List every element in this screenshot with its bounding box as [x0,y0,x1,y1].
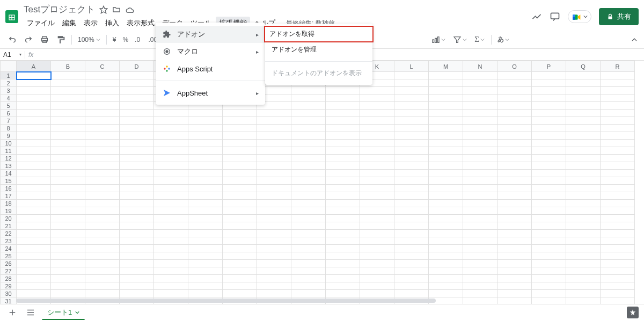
cell[interactable] [601,79,635,87]
cell[interactable] [17,267,51,275]
cell[interactable] [566,177,601,185]
cell[interactable] [120,185,154,192]
cell[interactable] [17,87,51,94]
cell[interactable] [326,252,360,260]
cell[interactable] [497,102,532,110]
cell[interactable] [51,282,85,290]
cell[interactable] [257,185,291,192]
cell[interactable] [394,117,429,125]
cell[interactable] [394,237,429,245]
cell[interactable] [497,207,532,215]
comments-icon[interactable] [550,11,560,22]
cell[interactable] [85,222,120,230]
cell[interactable] [154,207,188,215]
cell[interactable] [85,207,120,215]
cell[interactable] [601,245,635,252]
cell[interactable] [394,110,429,117]
cell[interactable] [601,200,635,207]
cell[interactable] [429,215,463,222]
cell[interactable] [291,237,326,245]
cell[interactable] [188,252,223,260]
cell[interactable] [120,132,154,140]
cell[interactable] [154,237,188,245]
cell[interactable] [566,185,601,192]
cell[interactable] [394,245,429,252]
cell[interactable] [497,79,532,87]
cell[interactable] [566,215,601,222]
cell[interactable] [326,207,360,215]
cell[interactable] [188,162,223,170]
cell[interactable] [566,260,601,267]
cell[interactable] [17,102,51,110]
cell[interactable] [51,94,85,102]
cell[interactable] [601,275,635,282]
cell[interactable] [223,132,257,140]
cell[interactable] [291,290,326,297]
move-folder-icon[interactable] [112,5,121,14]
cell[interactable] [51,252,85,260]
column-header[interactable]: L [394,61,429,72]
column-header[interactable]: D [120,61,154,72]
cell[interactable] [326,245,360,252]
cell[interactable] [394,140,429,147]
cell[interactable] [326,132,360,140]
cell[interactable] [463,230,497,237]
cell[interactable] [394,155,429,162]
cell[interactable] [257,117,291,125]
cell[interactable] [188,275,223,282]
cell[interactable] [601,207,635,215]
cell[interactable] [326,192,360,200]
cell[interactable] [326,267,360,275]
cell[interactable] [291,117,326,125]
cell[interactable] [188,222,223,230]
column-header[interactable]: M [429,61,463,72]
cell[interactable] [497,267,532,275]
cell[interactable] [360,200,394,207]
cell[interactable] [566,275,601,282]
collapse-toolbar-button[interactable] [630,35,639,44]
cell[interactable] [463,147,497,155]
cell[interactable] [85,94,120,102]
cell[interactable] [497,260,532,267]
cell[interactable] [429,275,463,282]
cell[interactable] [188,207,223,215]
cell[interactable] [497,192,532,200]
cell[interactable] [291,200,326,207]
cell[interactable] [463,140,497,147]
cell[interactable] [85,215,120,222]
cell[interactable] [291,110,326,117]
cell[interactable] [429,110,463,117]
cell[interactable] [85,72,120,79]
cell[interactable] [360,162,394,170]
cell[interactable] [257,200,291,207]
cell[interactable] [51,79,85,87]
zoom-select[interactable]: 100% [76,36,103,43]
cell[interactable] [85,267,120,275]
cell[interactable] [394,200,429,207]
cell[interactable] [497,162,532,170]
cell[interactable] [291,87,326,94]
cell[interactable] [223,260,257,267]
cell[interactable] [120,162,154,170]
cell[interactable] [497,72,532,79]
cell[interactable] [429,267,463,275]
horizontal-scrollbar[interactable] [16,299,633,304]
cell[interactable] [394,215,429,222]
all-sheets-button[interactable] [24,306,38,319]
cell[interactable] [463,94,497,102]
cell[interactable] [85,282,120,290]
cell[interactable] [463,155,497,162]
cell[interactable] [257,222,291,230]
cell[interactable] [85,162,120,170]
cell[interactable] [120,177,154,185]
cell[interactable] [188,267,223,275]
cell[interactable] [360,245,394,252]
cell[interactable] [601,252,635,260]
ext-macro-item[interactable]: マクロ ▸ [156,43,265,60]
cell[interactable] [601,177,635,185]
cell[interactable] [429,207,463,215]
cell[interactable] [497,245,532,252]
row-header[interactable]: 20 [1,215,17,222]
cell[interactable] [497,170,532,177]
cell[interactable] [120,72,154,79]
